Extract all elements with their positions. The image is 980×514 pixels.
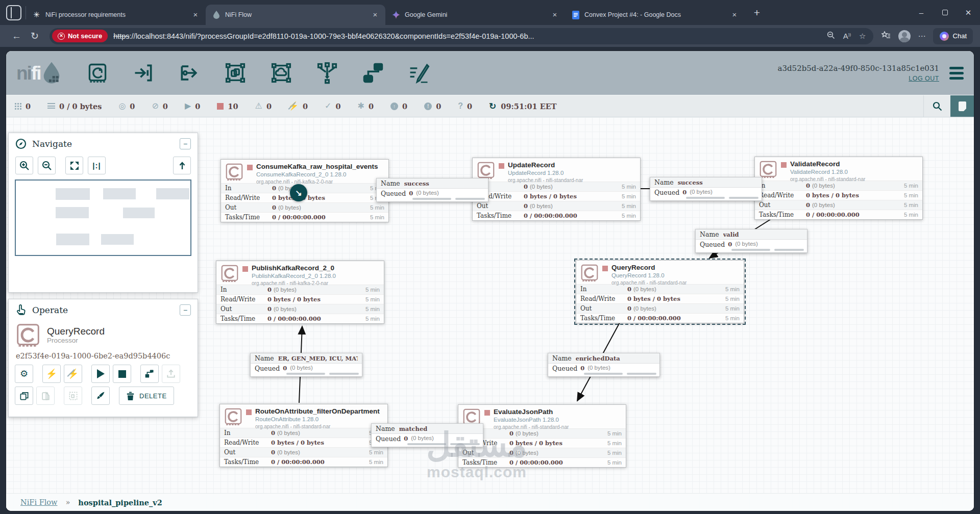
browser-tab-bar: ✳ NiFi processor requirements × NiFi Flo… <box>0 0 980 25</box>
tab-close-icon[interactable]: × <box>550 10 560 20</box>
zoom-actual-size-button[interactable]: |:| <box>88 157 106 174</box>
search-button[interactable] <box>924 101 950 111</box>
stopped-status-icon <box>242 266 248 272</box>
tab-nifi-processor-requirements[interactable]: ✳ NiFi processor requirements × <box>26 5 206 25</box>
nifi-app: nifi <box>6 51 974 511</box>
flow-status-panel-toggle[interactable] <box>950 95 974 117</box>
delete-button[interactable]: DELETE <box>119 387 174 405</box>
processor-icon <box>224 407 242 426</box>
go-to-parent-button[interactable] <box>173 157 191 174</box>
up-to-date-icon: ✓ <box>325 102 331 110</box>
start-button[interactable] <box>91 365 110 383</box>
stopped-status-icon <box>781 162 787 168</box>
configure-button[interactable]: ⚙ <box>15 365 33 383</box>
session-id: a3d52b5d-a22a-49f0-850c-131a85c1e031 <box>778 64 940 73</box>
birdseye-minimap[interactable] <box>15 179 191 256</box>
tab-close-icon[interactable]: × <box>370 10 380 20</box>
connection-label-success-2[interactable]: Namesuccess Queued0(0 bytes) <box>650 177 762 201</box>
breadcrumb-root-link[interactable]: NiFi Flow <box>20 498 57 506</box>
connection-label-enricheddata[interactable]: NameenrichedData Queued0(0 bytes) <box>548 353 660 377</box>
new-tab-button[interactable]: + <box>750 7 764 19</box>
funnel-component-icon[interactable] <box>315 61 339 85</box>
remote-process-group-component-icon[interactable] <box>270 61 293 85</box>
invalid-icon: ⚠ <box>255 102 262 110</box>
copilot-icon <box>939 31 949 41</box>
nifi-logo: nifi <box>16 61 62 85</box>
group-button[interactable] <box>64 387 82 405</box>
close-window-button[interactable]: ✕ <box>957 0 980 25</box>
stopped-icon <box>217 103 224 110</box>
stop-button[interactable] <box>113 365 131 383</box>
connection-label-departments[interactable]: NameER, GEN_MED, ICU, MATER... Queued0(0… <box>250 353 362 377</box>
restore-button[interactable] <box>933 0 957 25</box>
processor-name: ConsumeKafka_raw_hospital_events <box>256 163 378 171</box>
google-docs-icon <box>571 11 580 19</box>
tab-close-icon[interactable]: × <box>190 10 201 20</box>
connection-label-matched[interactable]: Namematched Queued0(0 bytes) <box>371 423 483 447</box>
stopped-status-icon <box>602 266 608 271</box>
locally-modified-icon: ✱ <box>358 102 364 110</box>
chatgpt-icon: ✳ <box>32 11 41 19</box>
tab-close-icon[interactable]: × <box>729 10 740 20</box>
workspaces-icon[interactable] <box>6 5 21 20</box>
zoom-out-button[interactable] <box>38 157 56 174</box>
label-component-icon[interactable] <box>407 61 431 85</box>
processor-publishkafka[interactable]: PublishKafkaRecord_2_0 PublishKafkaRecor… <box>216 261 384 324</box>
logout-link[interactable]: LOG OUT <box>909 75 939 82</box>
security-warning-icon: ✕ <box>58 33 65 40</box>
upload-flow-button[interactable] <box>162 365 180 383</box>
change-color-button[interactable] <box>91 387 110 405</box>
processor-icon <box>759 160 777 178</box>
global-menu-icon[interactable] <box>949 67 964 80</box>
processor-icon <box>477 161 495 179</box>
add-connection-icon[interactable]: ↘ <box>290 184 307 201</box>
processor-updaterecord[interactable]: UpdateRecord UpdateRecord 1.28.0 org.apa… <box>472 158 641 221</box>
output-port-component-icon[interactable] <box>178 61 201 85</box>
copy-button[interactable] <box>15 387 33 405</box>
favorites-bar-icon[interactable] <box>881 31 891 41</box>
connection-label-success-1[interactable]: Namesuccess Queued0(0 bytes) <box>376 178 488 202</box>
url-text: https://localhost:8443/nifi/?processGrou… <box>113 32 822 40</box>
paste-button[interactable] <box>36 387 55 405</box>
read-aloud-icon[interactable]: A)) <box>843 32 851 40</box>
zoom-out-icon[interactable] <box>827 31 835 41</box>
processor-icon <box>225 163 243 181</box>
navigate-panel: Navigate − <box>8 133 198 293</box>
collapse-navigate-button[interactable]: − <box>180 138 191 149</box>
queued-count: 0 / 0 bytes <box>59 102 102 111</box>
processor-component-icon[interactable] <box>86 61 109 85</box>
settings-ellipsis-icon[interactable]: ⋯ <box>918 32 926 41</box>
refresh-status-icon[interactable]: ↻ <box>489 101 496 112</box>
connection-label-valid[interactable]: Namevalid Queued0(0 bytes) <box>695 229 807 253</box>
processor-queryrecord[interactable]: QueryRecord QueryRecord 1.28.0 org.apach… <box>576 260 744 323</box>
url-field[interactable]: ✕ Not secure https://localhost:8443/nifi… <box>50 28 873 44</box>
template-component-icon[interactable] <box>361 61 385 85</box>
minimize-button[interactable]: – <box>910 0 933 25</box>
input-port-component-icon[interactable] <box>132 61 155 85</box>
enable-button[interactable]: ⚡ <box>42 365 61 383</box>
favorite-star-icon[interactable]: ☆ <box>859 32 866 41</box>
locally-modified-stale-icon: ! <box>424 102 432 110</box>
disable-button[interactable]: ⚡ <box>64 365 82 383</box>
back-icon[interactable]: ← <box>12 31 21 42</box>
collapse-operate-button[interactable]: − <box>180 304 191 316</box>
download-flow-definition-button[interactable] <box>140 365 159 383</box>
zoom-fit-button[interactable] <box>65 157 83 174</box>
profile-avatar[interactable] <box>898 30 911 42</box>
refresh-icon[interactable]: ↻ <box>31 30 39 42</box>
nifi-header: nifi <box>6 51 974 95</box>
processor-icon <box>580 264 599 282</box>
process-group-component-icon[interactable] <box>224 61 247 85</box>
zoom-in-button[interactable] <box>15 157 33 174</box>
tab-google-docs[interactable]: Convex Project #4: - Google Docs × <box>565 5 745 25</box>
tab-nifi-flow[interactable]: NiFi Flow × <box>206 5 385 25</box>
flow-canvas[interactable]: ConsumeKafka_raw_hospital_events Consume… <box>6 117 974 511</box>
document-icon <box>959 101 966 111</box>
nifi-drop-icon <box>41 61 62 85</box>
stopped-status-icon <box>246 409 252 415</box>
tab-google-gemini[interactable]: Google Gemini × <box>385 5 565 25</box>
processor-routeonattribute[interactable]: RouteOnAttribute_filterOnDepartment Rout… <box>219 404 388 467</box>
not-secure-badge[interactable]: ✕ Not secure <box>52 30 108 42</box>
copilot-chat-button[interactable]: Chat <box>933 28 973 44</box>
processor-validaterecord[interactable]: ValidateRecord ValidateRecord 1.28.0 org… <box>754 157 923 220</box>
